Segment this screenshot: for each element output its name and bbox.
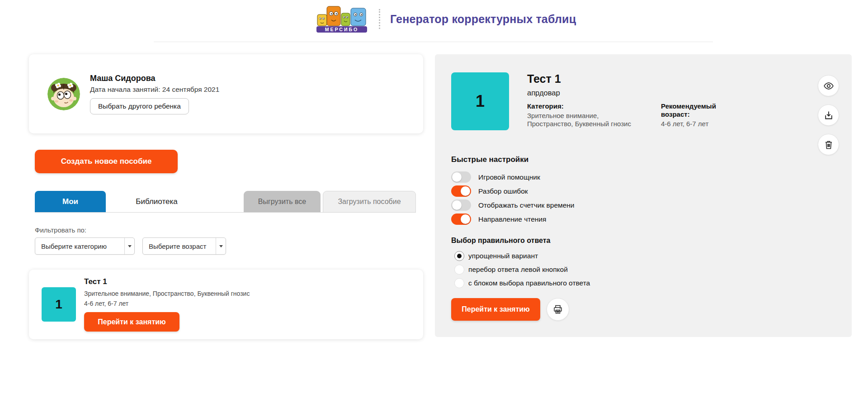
test-details-panel: 1 Тест 1 апрдовар Категория: Зрительное … (435, 54, 852, 337)
details-actions (818, 75, 839, 155)
filter-label: Фильтровать по: (35, 226, 423, 234)
toggle-game-helper[interactable]: Игровой помощник (451, 171, 835, 183)
details-header: 1 Тест 1 апрдовар Категория: Зрительное … (451, 72, 835, 130)
category-label: Категория: (527, 102, 645, 110)
download-button[interactable] (818, 104, 839, 126)
toggle-switch[interactable] (451, 199, 471, 211)
change-child-button[interactable]: Выбрать другого ребенка (90, 98, 189, 114)
toggle-knob (452, 200, 462, 210)
toggle-show-timer[interactable]: Отображать счетчик времени (451, 199, 835, 211)
toggle-label: Направление чтения (478, 215, 546, 223)
answer-choice-list: упрощенный вариант перебор ответа левой … (451, 251, 835, 288)
preview-button[interactable] (818, 75, 839, 96)
panel-actions: Перейти к занятию (451, 298, 835, 321)
radio-dot (457, 254, 462, 258)
eye-icon (823, 81, 834, 91)
radio-button[interactable] (454, 251, 464, 261)
radio-button[interactable] (454, 265, 464, 275)
mersibo-logo-icon: МЕРСИБО (316, 5, 367, 33)
age-select[interactable]: Выберите возраст (142, 237, 226, 255)
toggle-label: Игровой помощник (478, 173, 540, 181)
age-label-line1: Рекомендуемый (661, 102, 716, 110)
radio-button[interactable] (454, 278, 464, 288)
radio-label: перебор ответа левой кнопкой (468, 266, 568, 274)
filter-selects: Выберите категорию Выберите возраст (35, 237, 423, 255)
category-value: Зрительное внимание, Пространство, Букве… (527, 112, 645, 128)
brand-text: МЕРСИБО (325, 27, 359, 32)
tabs-bar: Мои Библиотека Выгрузить все Загрузить п… (35, 191, 416, 213)
age-label-line2: возраст: (661, 110, 716, 119)
child-profile-card: Маша Сидорова Дата начала занятий: 24 се… (29, 54, 423, 133)
left-column: Маша Сидорова Дата начала занятий: 24 се… (29, 54, 423, 339)
toggle-switch[interactable] (451, 213, 471, 225)
chevron-down-icon (219, 245, 223, 247)
start-date: Дата начала занятий: 24 сентября 2021 (90, 85, 219, 94)
mersibo-logo[interactable]: МЕРСИБО (316, 5, 367, 33)
toggle-knob (461, 214, 470, 224)
details-subtitle: апрдовар (527, 89, 716, 97)
radio-left-click-cycle[interactable]: перебор ответа левой кнопкой (454, 265, 835, 275)
category-value-line2: Пространство, Буквенный гнозис (527, 120, 645, 128)
tab-upload-manual[interactable]: Загрузить пособие (323, 191, 416, 212)
category-value-line1: Зрительное внимание, (527, 112, 645, 120)
open-lesson-button[interactable]: Перейти к занятию (84, 312, 179, 332)
delete-button[interactable] (818, 134, 839, 155)
category-meta: Категория: Зрительное внимание, Простран… (527, 102, 645, 128)
printer-icon (552, 304, 563, 315)
quick-settings-title: Быстрые настройки (451, 155, 835, 164)
toggle-reading-direction[interactable]: Направление чтения (451, 213, 835, 225)
toggle-switch[interactable] (451, 185, 471, 197)
header-rule (154, 42, 713, 42)
age-value: 4-6 лет, 6-7 лет (661, 120, 716, 128)
test-categories: Зрительное внимание, Пространство, Букве… (84, 290, 250, 297)
radio-simplified[interactable]: упрощенный вариант (454, 251, 835, 261)
radio-answer-block[interactable]: с блоком выбора правильного ответа (454, 278, 835, 288)
open-lesson-button[interactable]: Перейти к занятию (451, 298, 540, 321)
child-avatar (47, 78, 80, 110)
test-ages: 4-6 лет, 6-7 лет (84, 300, 250, 307)
radio-dot (457, 267, 462, 272)
chevron-down-icon (128, 245, 132, 247)
header-divider (379, 9, 380, 29)
profile-info: Маша Сидорова Дата начала занятий: 24 се… (90, 74, 219, 114)
trash-icon (823, 139, 834, 150)
app-header: МЕРСИБО Генератор корректурных таблиц (316, 5, 576, 33)
details-title: Тест 1 (527, 72, 716, 85)
create-manual-button[interactable]: Создать новое пособие (35, 150, 178, 173)
answer-choice-title: Выбор правильного ответа (451, 237, 835, 245)
details-number-tile: 1 (451, 72, 509, 130)
toggle-switch[interactable] (451, 171, 471, 183)
test-list-item[interactable]: 1 Тест 1 Зрительное внимание, Пространст… (29, 270, 423, 339)
test-title: Тест 1 (84, 277, 250, 286)
toggle-error-review[interactable]: Разбор ошибок (451, 185, 835, 197)
radio-label: с блоком выбора правильного ответа (468, 279, 590, 287)
age-select-caret-box[interactable] (216, 238, 226, 254)
tab-export-all[interactable]: Выгрузить все (244, 191, 321, 212)
radio-label: упрощенный вариант (468, 252, 538, 260)
age-select-value: Выберите возраст (143, 242, 216, 250)
test-number-tile: 1 (42, 287, 76, 322)
toggle-knob (452, 172, 462, 182)
tab-my[interactable]: Мои (35, 191, 106, 212)
details-meta: Категория: Зрительное внимание, Простран… (527, 102, 716, 128)
category-select-caret-box[interactable] (124, 238, 134, 254)
age-meta: Рекомендуемый возраст: 4-6 лет, 6-7 лет (661, 102, 716, 128)
child-name: Маша Сидорова (90, 74, 219, 83)
details-info: Тест 1 апрдовар Категория: Зрительное вн… (527, 72, 716, 130)
page-title: Генератор корректурных таблиц (390, 13, 576, 26)
print-button[interactable] (547, 298, 569, 321)
radio-dot (457, 281, 462, 285)
toggle-label: Отображать счетчик времени (478, 201, 575, 209)
toggle-label: Разбор ошибок (478, 187, 528, 195)
download-icon (823, 110, 834, 121)
category-select[interactable]: Выберите категорию (35, 237, 135, 255)
quick-settings-list: Игровой помощник Разбор ошибок Отображат… (451, 171, 835, 225)
category-select-value: Выберите категорию (35, 242, 124, 250)
toggle-knob (461, 186, 470, 196)
tab-library[interactable]: Библиотека (106, 191, 208, 212)
test-card-body: Тест 1 Зрительное внимание, Пространство… (84, 277, 250, 332)
